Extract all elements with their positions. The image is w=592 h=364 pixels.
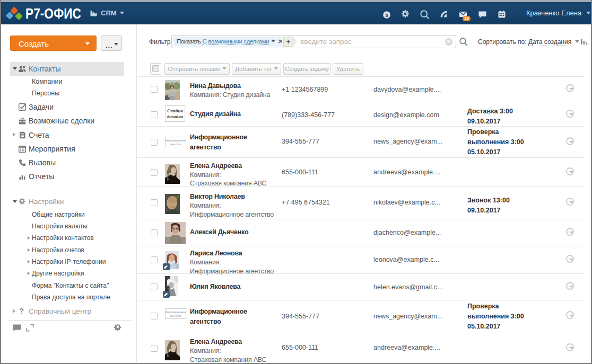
svg-text:дизайна: дизайна xyxy=(167,114,184,119)
svg-text:$: $ xyxy=(385,12,388,18)
svg-text:Информационное: Информационное xyxy=(166,139,186,142)
svg-text:Информационное: Информационное xyxy=(166,311,186,314)
svg-text:агентство: агентство xyxy=(170,315,181,317)
svg-text:Студия: Студия xyxy=(167,108,183,113)
svg-text:агентство: агентство xyxy=(170,143,181,146)
